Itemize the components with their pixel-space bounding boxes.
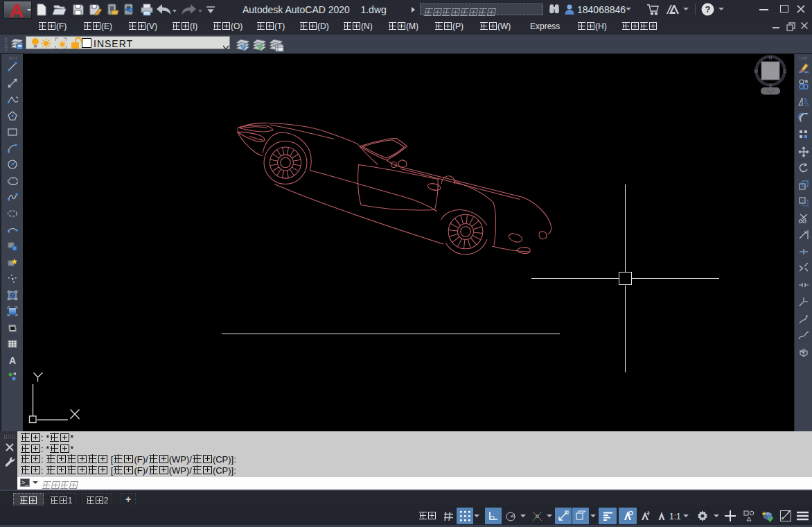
svg-text:S: S	[769, 83, 773, 88]
svg-text:W: W	[754, 69, 759, 74]
svg-text:N: N	[769, 55, 773, 60]
svg-text:E: E	[784, 69, 787, 74]
